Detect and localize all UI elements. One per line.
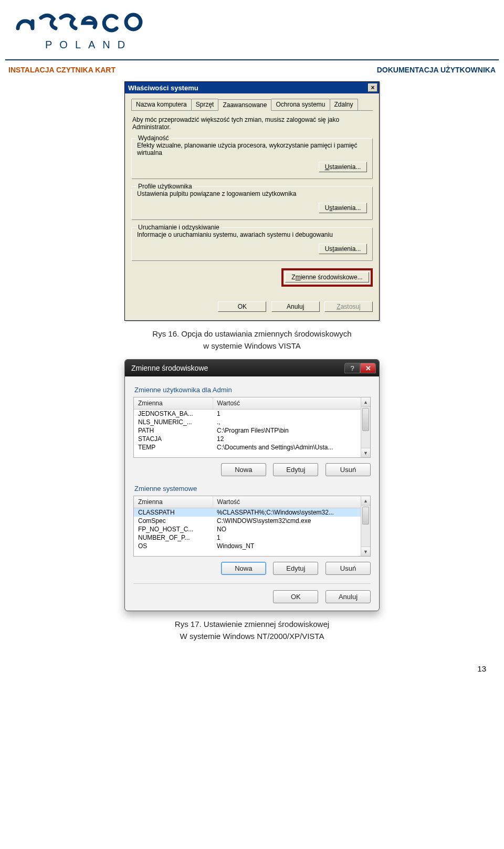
figure-17-caption-line1: Rys 17. Ustawienie zmiennej środowiskowe… bbox=[175, 620, 329, 628]
profiles-desc: Ustawienia pulpitu powiązane z logowanie… bbox=[137, 190, 367, 197]
scroll-down-icon[interactable]: ▼ bbox=[361, 547, 370, 556]
env-vars-highlight: Zmienne środowiskowe... bbox=[281, 268, 373, 287]
performance-legend: Wydajność bbox=[136, 134, 171, 142]
separator bbox=[133, 583, 371, 584]
table-row[interactable]: CLASSPATH%CLASSPATH%;C:\Windows\system32… bbox=[134, 508, 370, 517]
col-variable[interactable]: Zmienna bbox=[134, 496, 213, 508]
system-vars-table[interactable]: Zmienna Wartość CLASSPATH%CLASSPATH%;C:\… bbox=[133, 496, 371, 557]
figure-16-caption-line2: w systemie Windows VISTA bbox=[203, 341, 301, 350]
user-vars-table[interactable]: Zmienna Wartość JEDNOSTKA_BA...1NLS_NUME… bbox=[133, 397, 371, 458]
startup-settings-button[interactable]: Ustawienia... bbox=[319, 244, 367, 254]
doc-section-title: INSTALACJA CZYTNIKA KART bbox=[8, 66, 116, 74]
env-dialog-title: Zmienne środowiskowe bbox=[131, 364, 208, 372]
system-delete-button[interactable]: Usuń bbox=[326, 562, 371, 575]
scroll-thumb[interactable] bbox=[362, 507, 369, 525]
scroll-up-icon[interactable]: ▲ bbox=[361, 496, 370, 506]
apply-button[interactable]: Zastosuj bbox=[324, 301, 373, 312]
ok-button[interactable]: OK bbox=[273, 590, 318, 603]
scroll-thumb[interactable] bbox=[362, 408, 369, 431]
scrollbar[interactable]: ▲ ▼ bbox=[361, 397, 370, 457]
user-vars-label: Zmienne użytkownika dla Admin bbox=[134, 386, 371, 394]
system-new-button[interactable]: Nowa bbox=[221, 562, 266, 575]
doc-type-title: DOKUMENTACJA UŻYTKOWNIKA bbox=[377, 66, 496, 74]
table-row[interactable]: STACJA12 bbox=[134, 435, 370, 443]
svg-point-0 bbox=[126, 15, 141, 29]
table-row[interactable]: FP_NO_HOST_C...NO bbox=[134, 525, 370, 533]
figure-16-caption-line1: Rys 16. Opcja do ustawiania zmiennych śr… bbox=[152, 329, 351, 338]
cancel-button[interactable]: Anuluj bbox=[271, 301, 320, 312]
startup-desc: Informacje o uruchamianiu systemu, awari… bbox=[137, 231, 367, 238]
performance-desc: Efekty wizualne, planowanie użycia proce… bbox=[137, 142, 367, 156]
tab-computer-name[interactable]: Nazwa komputera bbox=[131, 99, 192, 110]
tab-hardware[interactable]: Sprzęt bbox=[191, 99, 219, 110]
profiles-legend: Profile użytkownika bbox=[136, 183, 194, 190]
brand-subtext: POLAND bbox=[45, 39, 499, 51]
col-value[interactable]: Wartość bbox=[213, 496, 370, 508]
scroll-down-icon[interactable]: ▼ bbox=[361, 448, 370, 457]
user-delete-button[interactable]: Usuń bbox=[326, 463, 371, 476]
close-button[interactable]: × bbox=[368, 83, 377, 92]
profiles-group: Profile użytkownika Ustawienia pulpitu p… bbox=[131, 186, 373, 220]
close-button[interactable]: ✕ bbox=[360, 363, 376, 373]
system-edit-button[interactable]: Edytuj bbox=[273, 562, 318, 575]
table-row[interactable]: PATHC:\Program Files\NTP\bin bbox=[134, 426, 370, 435]
system-vars-label: Zmienne systemowe bbox=[134, 485, 371, 492]
tab-advanced[interactable]: Zaawansowane bbox=[218, 99, 271, 111]
admin-note: Aby móc przeprowadzić większość tych zmi… bbox=[132, 116, 372, 131]
tabs: Nazwa komputera Sprzęt Zaawansowane Ochr… bbox=[131, 99, 373, 111]
user-edit-button[interactable]: Edytuj bbox=[273, 463, 318, 476]
table-row[interactable]: TEMPC:\Documents and Settings\Admin\Usta… bbox=[134, 443, 370, 452]
table-row[interactable]: NLS_NUMERIC_...., bbox=[134, 418, 370, 426]
startup-legend: Uruchamianie i odzyskiwanie bbox=[136, 224, 222, 231]
env-vars-dialog: Zmienne środowiskowe ? ✕ Zmienne użytkow… bbox=[124, 359, 380, 611]
help-button[interactable]: ? bbox=[344, 363, 360, 373]
performance-group: Wydajność Efekty wizualne, planowanie uż… bbox=[131, 138, 373, 179]
table-row[interactable]: JEDNOSTKA_BA...1 bbox=[134, 410, 370, 418]
col-value[interactable]: Wartość bbox=[213, 397, 370, 410]
figure-17-caption-line2: W systemie Windows NT/2000/XP/VISTA bbox=[180, 632, 324, 641]
scrollbar[interactable]: ▲ ▼ bbox=[361, 496, 370, 556]
table-row[interactable]: ComSpecC:\WINDOWS\system32\cmd.exe bbox=[134, 517, 370, 525]
table-row[interactable]: NUMBER_OF_P...1 bbox=[134, 533, 370, 542]
tab-system-protection[interactable]: Ochrona systemu bbox=[271, 99, 330, 110]
env-vars-button[interactable]: Zmienne środowiskowe... bbox=[285, 272, 369, 282]
cancel-button[interactable]: Anuluj bbox=[326, 590, 371, 603]
scroll-up-icon[interactable]: ▲ bbox=[361, 397, 370, 407]
ok-button[interactable]: OK bbox=[218, 301, 266, 312]
dialog-title: Właściwości systemu bbox=[128, 84, 198, 92]
col-variable[interactable]: Zmienna bbox=[134, 397, 213, 410]
page-number: 13 bbox=[5, 649, 499, 673]
brand-logo: POLAND bbox=[5, 0, 499, 55]
startup-group: Uruchamianie i odzyskiwanie Informacje o… bbox=[131, 227, 373, 261]
user-new-button[interactable]: Nowa bbox=[221, 463, 266, 476]
asseco-logo-icon bbox=[12, 9, 169, 34]
performance-settings-button[interactable]: Ustawienia... bbox=[319, 162, 367, 172]
profiles-settings-button[interactable]: Ustawienia... bbox=[319, 203, 367, 213]
table-row[interactable]: OSWindows_NT bbox=[134, 542, 370, 550]
header-divider bbox=[5, 59, 499, 60]
system-properties-dialog: Właściwości systemu × Nazwa komputera Sp… bbox=[124, 81, 380, 321]
tab-remote[interactable]: Zdalny bbox=[330, 99, 358, 110]
